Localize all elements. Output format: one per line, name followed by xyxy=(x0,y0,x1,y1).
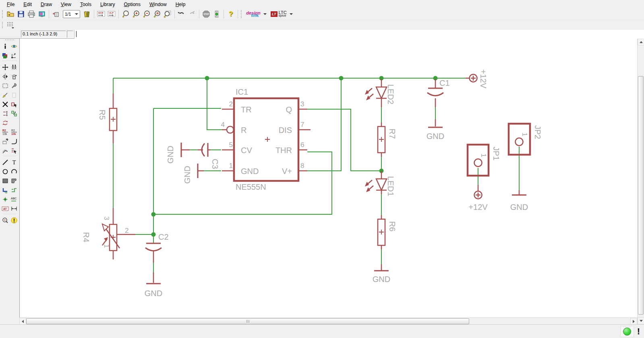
component-jp2[interactable]: 1 JP2 xyxy=(509,124,542,155)
schematic-canvas[interactable]: R5 R4 3 1 2 xyxy=(19,39,637,317)
gnd-symbol-pin1[interactable]: GND xyxy=(183,164,204,184)
junction-dot[interactable] xyxy=(205,76,209,81)
split-button[interactable] xyxy=(1,146,10,155)
dimension-button[interactable] xyxy=(10,204,19,213)
show-button[interactable] xyxy=(10,41,19,51)
junction-button[interactable] xyxy=(1,195,10,204)
cut-button[interactable] xyxy=(1,90,10,100)
polygon-button[interactable] xyxy=(10,176,19,185)
component-c3[interactable]: C3 xyxy=(198,143,219,169)
status-light-button[interactable] xyxy=(620,326,634,337)
junction-dot[interactable] xyxy=(339,76,344,81)
ltspice-button[interactable]: LT LTC spice xyxy=(269,9,295,19)
gateswap-button[interactable] xyxy=(10,109,19,118)
grid-button[interactable] xyxy=(5,21,16,29)
switch-to-board-button[interactable] xyxy=(51,9,61,19)
gnd-symbol-c3[interactable]: GND xyxy=(166,143,190,164)
component-ic1[interactable]: IC1 NE555N TR R CV GND Q DIS THR V+ 2 4 … xyxy=(221,87,311,191)
scroll-right-button[interactable] xyxy=(630,318,637,325)
designlink-button[interactable]: design link xyxy=(244,9,268,19)
group-button[interactable] xyxy=(1,81,10,90)
component-r6[interactable]: R6 xyxy=(378,215,397,249)
gnd-symbol-c2[interactable]: GND xyxy=(145,284,162,298)
net-wires[interactable] xyxy=(113,78,519,272)
component-led1[interactable]: LED1 xyxy=(365,171,395,196)
rect-button[interactable] xyxy=(1,176,10,185)
attribute-button[interactable]: AT xyxy=(1,204,10,213)
print-button[interactable] xyxy=(26,9,37,19)
mirror-button[interactable] xyxy=(1,72,10,81)
menu-library[interactable]: Library xyxy=(96,1,120,8)
net-button[interactable] xyxy=(10,185,19,195)
replace-button[interactable] xyxy=(1,118,10,127)
mark-button[interactable] xyxy=(10,51,19,60)
gnd-symbol-jp2[interactable]: GND xyxy=(510,190,528,212)
menu-edit[interactable]: Edit xyxy=(19,1,36,8)
gnd-symbol-c1[interactable]: GND xyxy=(427,127,444,141)
wire-button[interactable] xyxy=(1,158,10,167)
component-led2[interactable]: LED2 xyxy=(365,79,395,107)
component-r7[interactable]: R7 xyxy=(378,122,397,157)
menu-draw[interactable]: Draw xyxy=(36,1,56,8)
run-script-button[interactable]: SCR xyxy=(96,9,106,19)
command-input[interactable] xyxy=(74,30,644,39)
net-segment[interactable] xyxy=(307,109,381,171)
use-library-button[interactable] xyxy=(82,9,92,19)
supply-12v-jp1[interactable]: +12V xyxy=(468,185,488,212)
cam-processor-button[interactable] xyxy=(37,9,47,19)
circle-button[interactable] xyxy=(1,167,10,176)
junction-dot[interactable] xyxy=(151,212,156,217)
open-button[interactable] xyxy=(5,9,16,19)
horizontal-scrollbar-thumb[interactable] xyxy=(26,318,469,324)
zoom-in-button[interactable] xyxy=(131,9,141,19)
delete-button[interactable] xyxy=(1,100,10,109)
junction-dot[interactable] xyxy=(151,232,156,237)
name-button[interactable]: R2 10k xyxy=(1,127,10,137)
undo-button[interactable] xyxy=(176,9,187,19)
value-button[interactable]: R2 10k xyxy=(10,127,19,137)
zoom-redraw-button[interactable] xyxy=(162,9,173,19)
label-button[interactable]: ABC xyxy=(10,195,19,204)
redo-button[interactable] xyxy=(187,9,197,19)
menu-window[interactable]: Window xyxy=(145,1,171,8)
net-segment[interactable] xyxy=(207,78,222,130)
component-c1[interactable]: C1 xyxy=(427,79,450,126)
zoom-select-button[interactable] xyxy=(152,9,162,19)
menu-tools[interactable]: Tools xyxy=(76,1,96,8)
component-r5[interactable]: R5 xyxy=(98,93,117,143)
invoke-button[interactable] xyxy=(10,146,19,155)
menu-view[interactable]: View xyxy=(56,1,76,8)
gnd-symbol-r6[interactable]: GND xyxy=(373,264,390,284)
horizontal-scrollbar[interactable] xyxy=(19,317,637,324)
zoom-fit-button[interactable] xyxy=(120,9,131,19)
text-button[interactable]: T xyxy=(10,158,19,167)
miter-button[interactable] xyxy=(10,137,19,146)
run-ulp-button[interactable]: ULP xyxy=(106,9,117,19)
menu-help[interactable]: Help xyxy=(171,1,190,8)
scroll-up-button[interactable] xyxy=(638,39,644,46)
component-r4[interactable]: R4 3 1 2 xyxy=(82,208,135,259)
change-button[interactable] xyxy=(10,81,19,90)
menu-file[interactable]: File xyxy=(2,1,19,8)
smash-button[interactable] xyxy=(1,137,10,146)
erc-button[interactable] xyxy=(1,216,10,225)
component-c2[interactable]: C2 xyxy=(145,232,169,283)
stop-button[interactable]: STOP xyxy=(201,9,211,19)
arc-button[interactable] xyxy=(10,167,19,176)
help-button[interactable]: ? xyxy=(226,9,236,19)
errors-button[interactable] xyxy=(10,216,19,225)
scroll-down-button[interactable] xyxy=(638,317,644,324)
add-button[interactable] xyxy=(10,100,19,109)
vertical-scrollbar-track[interactable] xyxy=(638,46,644,317)
move-button[interactable] xyxy=(1,62,10,72)
vertical-scrollbar-thumb[interactable] xyxy=(638,76,644,315)
sheet-selector[interactable]: 1/1 xyxy=(63,10,80,18)
bus-button[interactable] xyxy=(1,185,10,195)
zoom-out-button[interactable] xyxy=(141,9,152,19)
save-button[interactable] xyxy=(16,9,26,19)
horizontal-scrollbar-track[interactable] xyxy=(469,318,630,324)
paste-button[interactable] xyxy=(10,90,19,100)
scroll-left-button[interactable] xyxy=(19,318,26,325)
net-segment[interactable] xyxy=(307,78,341,171)
supply-12v-top[interactable]: +12V xyxy=(466,69,488,89)
